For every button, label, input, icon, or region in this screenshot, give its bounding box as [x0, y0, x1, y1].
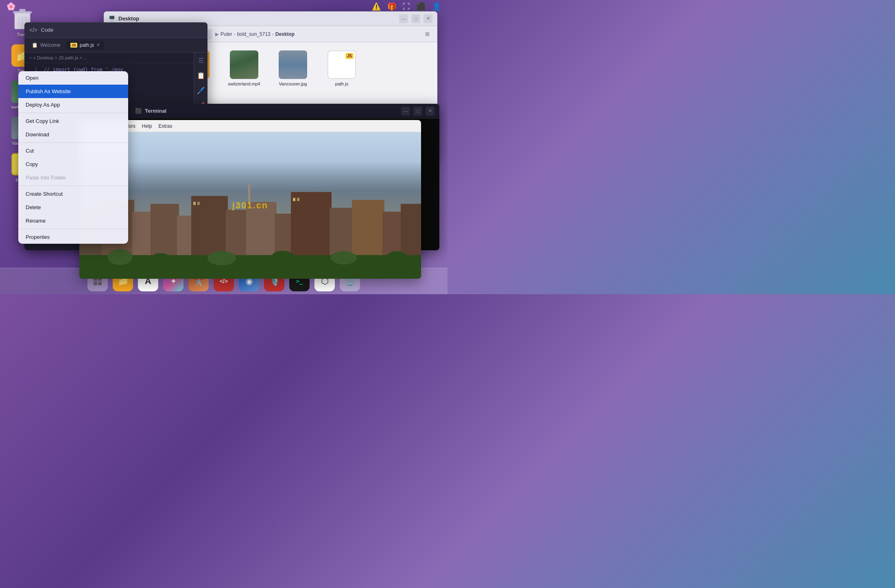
code-dock-icon: </> — [220, 278, 228, 284]
file-manager-close-btn[interactable]: ✕ — [423, 14, 432, 23]
menu-item-download[interactable]: Download — [18, 128, 128, 141]
vancouver-name: Vancouver.jpg — [279, 81, 307, 86]
publish-label: Publish As Website — [26, 88, 71, 94]
path-puter[interactable]: Puter — [220, 31, 232, 37]
menu-sep-4 — [18, 229, 128, 229]
sidebar-tool-2[interactable]: 📋 — [197, 72, 205, 79]
menu-item-paste-into-folder: Paste Into Folder — [18, 171, 128, 184]
sidebar-tool-brush[interactable]: 🖊️ — [197, 87, 205, 94]
file-manager-title-text: Desktop — [118, 15, 139, 22]
get-copy-link-label: Get Copy Link — [26, 118, 59, 124]
menu-sep-1 — [18, 113, 128, 113]
file-item-pathjs[interactable]: JS path.js — [323, 50, 360, 86]
pathjs-tab-label: path.js — [80, 42, 94, 48]
menu-sep-3 — [18, 186, 128, 186]
terminal-title-text: Terminal — [145, 108, 166, 114]
code-editor-titlebar: </> Code — [24, 22, 207, 38]
svg-point-29 — [108, 249, 132, 265]
path-user[interactable]: bold_sun_5713 — [237, 31, 271, 37]
svg-rect-2 — [19, 9, 25, 12]
welcome-tab-icon: 📋 — [32, 42, 38, 48]
svg-rect-39 — [98, 282, 102, 285]
path-desktop[interactable]: Desktop — [275, 31, 295, 37]
terminal-icon: ⬛ — [135, 108, 142, 114]
switzerland-name: switzerland.mp4 — [228, 81, 260, 86]
svg-point-34 — [386, 251, 407, 263]
tab-welcome[interactable]: 📋 Welcome — [28, 41, 65, 50]
deploy-label: Deploy As App — [26, 102, 60, 108]
tab-pathjs[interactable]: JS path.js ✕ — [66, 41, 104, 50]
file-manager-minimize-btn[interactable]: — — [399, 14, 408, 23]
pathjs-file-icon: JS — [327, 50, 356, 79]
menu-item-get-copy-link[interactable]: Get Copy Link — [18, 114, 128, 128]
path-arrow-icon: ▶ — [215, 31, 219, 37]
grid-view-toggle[interactable]: ⊞ — [422, 29, 432, 39]
svg-rect-25 — [197, 202, 200, 205]
file-manager-controls: — □ ✕ — [399, 14, 432, 23]
terminal-dock-icon: >_ — [296, 278, 303, 284]
welcome-tab-label: Welcome — [40, 42, 61, 48]
menu-item-rename[interactable]: Rename — [18, 214, 128, 227]
code-breadcrumb: ~ > Desktop > JS path.js > ... — [24, 52, 207, 63]
user-icon[interactable]: 👤 — [432, 2, 441, 11]
file-manager-maximize-btn[interactable]: □ — [411, 14, 420, 23]
download-label: Download — [26, 131, 49, 138]
terminal-minimize-btn[interactable]: — — [401, 107, 410, 116]
menu-help[interactable]: Help — [142, 123, 152, 129]
open-label: Open — [26, 75, 39, 81]
terminal-controls: — □ ✕ — [401, 107, 434, 116]
path-sep-1: › — [234, 31, 236, 37]
menu-sep-2 — [18, 142, 128, 143]
menu-item-create-shortcut[interactable]: Create Shortcut — [18, 187, 128, 201]
menu-item-cut[interactable]: Cut — [18, 144, 128, 157]
file-manager-title-icon: 🖥️ — [109, 15, 115, 22]
svg-point-32 — [271, 251, 294, 263]
image-display: j301.cn — [79, 132, 421, 279]
vancouver-file-icon — [279, 50, 307, 79]
buildings-svg — [79, 176, 421, 279]
qr-icon[interactable]: ⬛ — [417, 2, 426, 11]
code-editor-icon: </> — [29, 27, 37, 33]
create-shortcut-label: Create Shortcut — [26, 191, 63, 197]
svg-point-30 — [151, 253, 171, 265]
menu-item-open[interactable]: Open — [18, 71, 128, 85]
code-editor-tabs: 📋 Welcome JS path.js ✕ — [24, 38, 207, 52]
pathjs-tab-icon: JS — [70, 43, 77, 48]
pathjs-name: path.js — [335, 81, 348, 86]
pathjs-tab-close-btn[interactable]: ✕ — [96, 42, 100, 48]
svg-point-31 — [207, 251, 236, 265]
terminal-title: ⬛ Terminal — [135, 108, 401, 114]
rename-label: Rename — [26, 218, 46, 224]
svg-rect-24 — [193, 202, 196, 205]
svg-point-33 — [331, 251, 357, 264]
file-item-vancouver[interactable]: Vancouver.jpg — [275, 50, 311, 86]
file-toolbar: ← → ↑ ▶ Puter › bold_sun_5713 › Desktop … — [169, 26, 437, 42]
context-menu: Open Publish As Website Deploy As App Ge… — [18, 71, 128, 244]
terminal-maximize-btn[interactable]: □ — [413, 107, 422, 116]
sidebar-tool-1[interactable]: ☰ — [198, 57, 204, 64]
copy-label: Copy — [26, 161, 38, 167]
file-item-switzerland[interactable]: switzerland.mp4 — [226, 50, 262, 86]
path-sep-2: › — [272, 31, 274, 37]
menu-item-delete[interactable]: Delete — [18, 201, 128, 214]
top-bar-right: ⚠️ 🎁 ⛶ ⬛ 👤 — [372, 2, 441, 11]
delete-label: Delete — [26, 204, 41, 210]
paste-into-folder-label: Paste Into Folder — [26, 175, 66, 181]
svg-rect-38 — [94, 282, 97, 285]
cut-label: Cut — [26, 148, 34, 154]
gift-icon[interactable]: 🎁 — [387, 2, 396, 11]
menu-extras[interactable]: Extras — [159, 123, 172, 129]
menu-item-properties[interactable]: Properties — [18, 230, 128, 244]
path-bar: ▶ Puter › bold_sun_5713 › Desktop — [215, 31, 419, 37]
warning-icon[interactable]: ⚠️ — [372, 2, 381, 11]
menu-item-copy[interactable]: Copy — [18, 157, 128, 171]
fullscreen-icon[interactable]: ⛶ — [403, 2, 410, 11]
switzerland-file-icon — [230, 50, 258, 79]
image-menubar: View Image Colors Help Extras — [79, 120, 421, 132]
terminal-close-btn[interactable]: ✕ — [426, 107, 434, 116]
terminal-titlebar: ⬛ Terminal — □ ✕ — [130, 104, 439, 118]
menu-item-publish[interactable]: Publish As Website — [18, 85, 128, 98]
properties-label: Properties — [26, 234, 50, 240]
svg-rect-35 — [248, 184, 250, 203]
menu-item-deploy[interactable]: Deploy As App — [18, 98, 128, 111]
